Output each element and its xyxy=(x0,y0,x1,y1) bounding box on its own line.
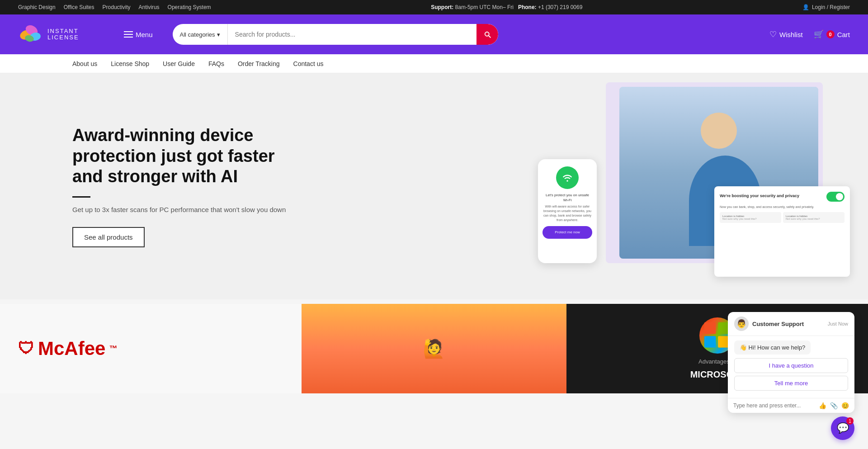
nav-contact[interactable]: Contact us xyxy=(293,60,324,67)
nav-bar: About us License Shop User Guide FAQs Or… xyxy=(0,54,868,73)
phone-mockup: Let's protect you on unsafe Wi-Fi With w… xyxy=(538,159,597,263)
hamburger-icon xyxy=(124,31,133,38)
logo-text: INSTANT LICENSE xyxy=(47,28,79,41)
office-promo-center[interactable]: 🙋 xyxy=(302,304,567,393)
hero-section: Award-winning device protection just got… xyxy=(0,73,868,299)
wishlist-button[interactable]: ♡ Wishlist xyxy=(769,29,803,39)
chat-message-area: 👋 Hi! How can we help? I have a question… xyxy=(728,336,854,393)
top-bar-support: Support: 8am-5pm UTC Mon– Fri Phone: +1 … xyxy=(431,4,582,10)
svg-rect-6 xyxy=(704,336,716,348)
cart-icon: 🛒 xyxy=(814,29,824,39)
logo[interactable]: INSTANT LICENSE xyxy=(18,22,108,47)
cart-button[interactable]: 🛒 0 Cart xyxy=(814,29,850,39)
protection-toggle[interactable] xyxy=(826,192,844,202)
top-bar-login[interactable]: 👤 Login / Register xyxy=(802,4,850,10)
mcafee-promo[interactable]: 🛡 McAfee ™ xyxy=(0,304,302,393)
nav-about[interactable]: About us xyxy=(72,60,97,67)
hero-divider xyxy=(72,196,90,198)
search-button[interactable] xyxy=(476,24,498,45)
phone-card-title: Let's protect you on unsafe Wi-Fi xyxy=(542,193,592,203)
chat-agent-name: Customer Support xyxy=(752,321,804,327)
search-icon xyxy=(483,30,491,38)
svg-rect-4 xyxy=(704,322,716,334)
heart-icon: ♡ xyxy=(769,29,777,39)
hero-content: Award-winning device protection just got… xyxy=(72,125,307,247)
phone-card-body: With wifi-aware access for safer browsin… xyxy=(542,204,592,222)
topbar-link-graphic[interactable]: Graphic Design xyxy=(18,4,56,10)
nav-faqs[interactable]: FAQs xyxy=(208,60,224,67)
nav-tracking[interactable]: Order Tracking xyxy=(238,60,280,67)
wifi-icon xyxy=(556,166,579,189)
chat-tell-more-button[interactable]: Tell me more xyxy=(734,376,848,391)
topbar-link-antivirus[interactable]: Antivirus xyxy=(139,4,160,10)
chevron-down-icon: ▾ xyxy=(217,31,220,38)
desktop-card-1: Location is hiddenNot sure why you need … xyxy=(720,212,781,223)
chat-greeting-bubble: 👋 Hi! How can we help? xyxy=(734,340,811,354)
user-icon: 👤 xyxy=(802,4,809,10)
nav-guide[interactable]: User Guide xyxy=(163,60,195,67)
mcafee-logo: 🛡 McAfee ™ xyxy=(18,338,117,359)
topbar-link-os[interactable]: Operating System xyxy=(168,4,211,10)
chat-widget: 👨 Customer Support Just Now 👋 Hi! How ca… xyxy=(728,312,854,393)
mcafee-shield-icon: 🛡 xyxy=(18,339,34,358)
logo-icon xyxy=(18,22,43,47)
top-bar: Graphic Design Office Suites Productivit… xyxy=(0,0,868,14)
chat-question-button[interactable]: I have a question xyxy=(734,358,848,373)
desktop-card-2: Location is hiddenNot sure why you need … xyxy=(783,212,844,223)
chat-header-info: 👨 Customer Support xyxy=(734,317,804,331)
hero-image-area: Let's protect you on unsafe Wi-Fi With w… xyxy=(574,82,823,290)
topbar-link-office[interactable]: Office Suites xyxy=(64,4,94,10)
see-all-products-button[interactable]: See all products xyxy=(72,227,145,247)
nav-shop[interactable]: License Shop xyxy=(111,60,149,67)
chat-header: 👨 Customer Support Just Now xyxy=(728,312,854,336)
desktop-mockup: We're boosting your security and privacy… xyxy=(714,186,850,277)
topbar-link-productivity[interactable]: Productivity xyxy=(103,4,131,10)
header-actions: ♡ Wishlist 🛒 0 Cart xyxy=(769,29,850,39)
chat-avatar: 👨 xyxy=(734,317,749,331)
hero-subtitle: Get up to 3x faster scans for PC perform… xyxy=(72,206,307,213)
hero-title: Award-winning device protection just got… xyxy=(72,125,307,187)
header: INSTANT LICENSE Menu All categories ▾ ♡ … xyxy=(0,14,868,54)
search-input[interactable] xyxy=(228,31,476,38)
desktop-cards: Location is hiddenNot sure why you need … xyxy=(720,212,844,223)
top-bar-links: Graphic Design Office Suites Productivit… xyxy=(18,4,211,10)
category-dropdown[interactable]: All categories ▾ xyxy=(173,24,228,45)
chat-time: Just Now xyxy=(828,321,848,326)
search-bar: All categories ▾ xyxy=(173,24,498,45)
toggle-row: We're boosting your security and privacy xyxy=(720,192,844,202)
menu-button[interactable]: Menu xyxy=(124,31,153,38)
cart-count-badge: 0 xyxy=(826,30,835,38)
